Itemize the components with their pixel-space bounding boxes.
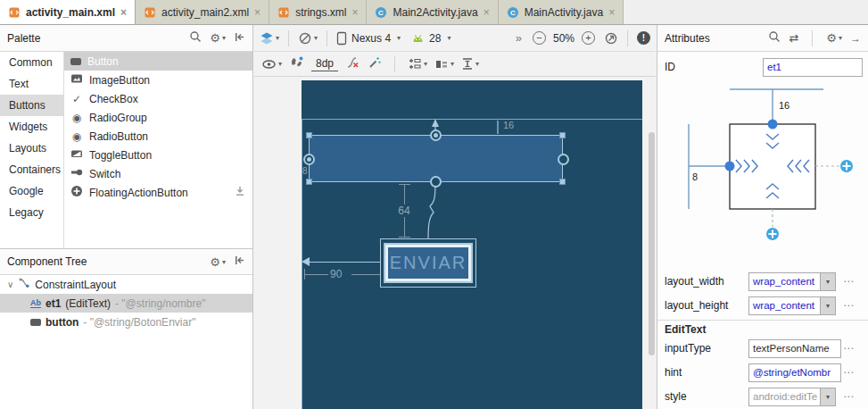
palette-category-text[interactable]: Text [0, 73, 63, 95]
anchor-left[interactable] [303, 154, 315, 165]
palette-item-imagebutton[interactable]: ImageButton [64, 71, 252, 89]
attributes-options-button[interactable]: ⚙ [826, 32, 842, 44]
tree-options-button[interactable]: ⚙ [210, 256, 226, 268]
inputtype-input[interactable]: textPersonName [748, 339, 841, 358]
divider [327, 30, 327, 46]
tab-activity-main-xml[interactable]: activity_main.xml × [0, 0, 136, 24]
design-surface-button[interactable] [260, 31, 279, 46]
search-icon[interactable] [189, 30, 202, 46]
hide-panel-icon[interactable]: → [850, 32, 861, 45]
close-tab-icon[interactable]: × [120, 6, 127, 19]
chevron-down-icon [222, 34, 226, 42]
orientation-button[interactable] [298, 31, 318, 46]
palette-item-radiogroup[interactable]: ◉ RadioGroup [64, 108, 252, 127]
more-options-icon[interactable]: ⋯ [843, 342, 855, 355]
download-icon [235, 186, 245, 199]
align-button[interactable] [434, 58, 454, 71]
tree-node-button[interactable]: button - "@string/BotonEnviar" [0, 313, 252, 331]
anchor-bottom[interactable] [430, 176, 442, 188]
palette-category-common[interactable]: Common [0, 52, 63, 73]
zoom-in-button[interactable]: + [582, 31, 595, 45]
palette-item-floatingactionbutton[interactable]: FloatingActionButton [64, 183, 252, 202]
guidelines-button[interactable] [461, 57, 479, 71]
resize-handle-bottom-left[interactable] [306, 179, 312, 185]
add-bottom-constraint-button [766, 228, 779, 240]
button-widget[interactable]: ENVIAR [384, 243, 473, 283]
chevron-down-icon[interactable]: ▾ [820, 297, 835, 314]
chevron-down-icon [278, 60, 282, 68]
autoconnect-toggle[interactable] [289, 55, 304, 72]
hint-input[interactable]: @string/etNombr [748, 363, 841, 382]
zoom-to-fit-button[interactable] [604, 31, 618, 46]
hide-panel-icon[interactable] [234, 31, 245, 46]
tab-activity-main2-xml[interactable]: activity_main2.xml × [136, 0, 269, 24]
palette-category-widgets[interactable]: Widgets [0, 116, 63, 138]
component-tree-title: Component Tree [7, 255, 87, 268]
close-tab-icon[interactable]: × [351, 6, 358, 19]
tab-strings-xml[interactable]: strings.xml × [269, 0, 367, 24]
view-options-button[interactable] [261, 58, 282, 71]
clear-constraints-button[interactable] [345, 55, 360, 72]
resize-handle-top-left[interactable] [306, 132, 312, 138]
palette-category-containers[interactable]: Containers [0, 159, 63, 180]
tab-main2activity-java[interactable]: C Main2Activity.java × [367, 0, 498, 24]
close-tab-icon[interactable]: × [254, 6, 260, 19]
more-options-icon[interactable]: ⋯ [843, 366, 855, 379]
style-combo[interactable]: android:editTe ▾ [748, 388, 836, 406]
layout-height-combo[interactable]: wrap_content ▾ [748, 296, 836, 315]
resize-handle-top-right[interactable] [559, 132, 566, 138]
id-input[interactable]: et1 [763, 58, 863, 77]
resize-handle-bottom-right[interactable] [559, 179, 566, 185]
palette-item-switch[interactable]: Switch [64, 164, 252, 183]
palette-category-google[interactable]: Google [0, 180, 63, 202]
pack-button[interactable] [408, 57, 427, 71]
divider [394, 56, 395, 72]
hide-panel-icon[interactable] [234, 255, 245, 269]
palette-item-togglebutton[interactable]: ToggleButton [64, 146, 252, 164]
editor-tab-bar: activity_main.xml × activity_main2.xml ×… [0, 0, 868, 25]
anchor-right[interactable] [558, 154, 569, 165]
palette-title: Palette [7, 32, 40, 45]
tree-node-constraintlayout[interactable]: ∨ ConstraintLayout [0, 275, 252, 294]
api-level: 28 [429, 32, 441, 45]
layout-width-combo[interactable]: wrap_content ▾ [748, 272, 836, 291]
constraint-widget[interactable]: 16 8 [657, 80, 868, 255]
palette-options-button[interactable]: ⚙ [210, 32, 226, 44]
anchor-top[interactable] [430, 129, 442, 141]
more-options-icon[interactable]: ⋯ [843, 390, 855, 403]
swap-view-icon[interactable]: ⇄ [789, 31, 798, 45]
chevron-down-icon[interactable]: ▾ [820, 388, 835, 405]
palette-item-button[interactable]: Button [64, 52, 252, 71]
checkbox-icon: ✓ [70, 93, 83, 105]
overflow-icon[interactable]: » [516, 31, 522, 45]
chevron-down-icon[interactable]: ▾ [820, 273, 835, 290]
palette-category-buttons[interactable]: Buttons [0, 95, 63, 116]
palette-item-radiobutton[interactable]: ◉ RadioButton [64, 127, 252, 146]
chevron-down-icon [222, 258, 226, 266]
zoom-out-button[interactable]: − [533, 31, 546, 45]
layout-height-label: layout_height [657, 299, 747, 312]
api-selector[interactable]: 28 [411, 32, 451, 45]
more-options-icon[interactable]: ⋯ [843, 299, 855, 312]
search-icon[interactable] [768, 30, 781, 46]
tab-mainactivity-java[interactable]: C MainActivity.java × [499, 0, 624, 24]
canvas-scrollbar[interactable] [649, 132, 655, 355]
tab-label: MainActivity.java [525, 6, 603, 19]
infer-constraints-button[interactable] [368, 55, 382, 72]
close-tab-icon[interactable]: × [608, 6, 615, 19]
layout-width-label: layout_width [657, 275, 747, 288]
expand-chevron-icon[interactable]: ∨ [7, 280, 13, 289]
palette-item-checkbox[interactable]: ✓ CheckBox [64, 89, 252, 108]
more-options-icon[interactable]: ⋯ [843, 275, 855, 288]
close-tab-icon[interactable]: × [484, 6, 490, 19]
palette-category-layouts[interactable]: Layouts [0, 138, 63, 159]
palette-category-legacy[interactable]: Legacy [0, 202, 63, 223]
errors-panel-button[interactable]: ! [637, 31, 650, 45]
device-selector[interactable]: Nexus 4 [336, 31, 401, 46]
device-screen[interactable]: 16 8 64 ENVIAR 90 [302, 80, 642, 409]
attributes-header: Attributes ⇄ ⚙ → [657, 25, 868, 52]
tree-node-et1[interactable]: Ab et1 (EditText) - "@string/nombre" [0, 294, 252, 313]
default-margin-selector[interactable]: 8dp [311, 57, 338, 71]
design-canvas[interactable]: 16 8 64 ENVIAR 90 [254, 77, 656, 409]
button-margin-label: 90 [330, 268, 342, 280]
